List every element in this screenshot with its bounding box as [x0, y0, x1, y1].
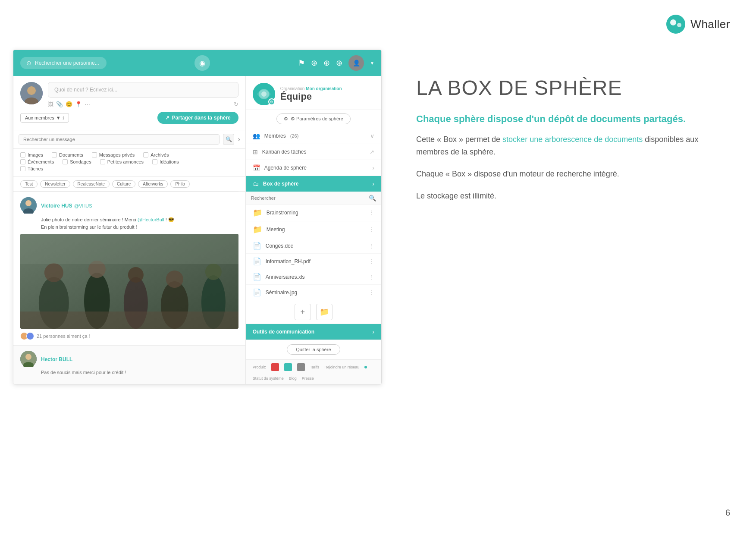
tool-location-icon[interactable]: 📍	[75, 101, 82, 107]
feed-username2[interactable]: Hector BULL	[41, 356, 72, 362]
leave-sphere-button[interactable]: Quitter la sphère	[287, 344, 340, 355]
menu-item-membres[interactable]: 👥 Membres (26) ∨	[246, 128, 381, 144]
post-row: Quoi de neuf ? Ecrivez ici... 🖼 📎 😊 📍 ⋯ …	[20, 82, 238, 107]
sphere-org-name[interactable]: Mon organisation	[306, 86, 342, 91]
filter-messages-prives[interactable]: Messages privés	[92, 152, 135, 157]
file-item-meeting[interactable]: 📁 Meeting ⋮	[246, 221, 381, 238]
tool-image-icon[interactable]: 🖼	[48, 101, 53, 107]
outils-label: Outils de communication	[253, 329, 314, 335]
footer-produit-label: Produit:	[253, 365, 266, 369]
filter-check-images[interactable]	[20, 152, 25, 157]
filter-ideations-label: Idéations	[160, 159, 179, 164]
filter-check-archives[interactable]	[143, 152, 148, 157]
kanban-icon: ⊞	[253, 148, 258, 155]
tag-culture[interactable]: Culture	[112, 180, 135, 188]
sphere-org-prefix: Organisation	[280, 86, 305, 91]
file-item-rh[interactable]: 📄 Information_RH.pdf ⋮	[246, 254, 381, 269]
filter-check-documents[interactable]	[52, 152, 57, 157]
current-user-avatar	[20, 82, 43, 104]
add-group-icon[interactable]: ⊕	[323, 58, 330, 68]
file-item-anniversaires[interactable]: 📄 Anniversaires.xls ⋮	[246, 269, 381, 285]
box-icon: 🗂	[253, 180, 259, 187]
filter-archives[interactable]: Archivés	[143, 152, 169, 157]
footer-presse[interactable]: Presse	[302, 376, 314, 381]
svg-point-19	[205, 264, 222, 280]
feed-handle[interactable]: @VHUS	[74, 203, 92, 208]
footer-rejoindre[interactable]: Rejoindre un réseau	[324, 365, 359, 369]
membres-badge: (26)	[290, 133, 299, 138]
file-menu-seminaire[interactable]: ⋮	[368, 289, 374, 296]
refresh-icon[interactable]: ↻	[234, 101, 238, 107]
search-button[interactable]: 🔍	[223, 134, 234, 145]
footer-blog[interactable]: Blog	[289, 376, 297, 381]
tag-newsletter[interactable]: Newsletter	[40, 180, 70, 188]
post-area: Quoi de neuf ? Ecrivez ici... 🖼 📎 😊 📍 ⋯ …	[13, 76, 245, 130]
file-menu-rh[interactable]: ⋮	[368, 258, 374, 265]
file-menu-anniversaires[interactable]: ⋮	[368, 274, 374, 280]
filter-documents[interactable]: Documents	[52, 152, 83, 157]
feed-username[interactable]: Victoire HUS	[41, 203, 72, 209]
search-person[interactable]: ⊙ Rechercher une personne...	[20, 57, 107, 69]
sphere-params-button[interactable]: ⚙ ⚙ Paramètres de sphère	[276, 113, 351, 124]
box-search-input[interactable]	[251, 195, 369, 201]
filter-check-ideations[interactable]	[152, 159, 157, 164]
filter-check-sondages[interactable]	[63, 159, 68, 164]
add-file-button[interactable]: +	[295, 304, 311, 320]
filter-check-evenements[interactable]	[20, 159, 25, 164]
file-item-seminaire[interactable]: 📄 Séminaire.jpg ⋮	[246, 285, 381, 300]
filter-taches[interactable]: Tâches	[20, 166, 43, 171]
filter-sondages[interactable]: Sondages	[63, 159, 91, 164]
tag-test[interactable]: Test	[20, 180, 38, 188]
message-search-input[interactable]	[19, 134, 220, 145]
add-sphere-icon[interactable]: ⊕	[336, 58, 342, 68]
add-contact-icon[interactable]: ⊕	[311, 58, 317, 68]
tool-emoji-icon[interactable]: 😊	[66, 101, 72, 107]
filter-check-taches[interactable]	[20, 166, 25, 171]
filter-check-petites-annonces[interactable]	[100, 159, 105, 164]
post-tools: 🖼 📎 😊 📍 ⋯ ↻	[48, 101, 238, 107]
text-panel: LA BOX DE SPHÈRE Chaque sphère dispose d…	[382, 50, 742, 384]
file-menu-conges[interactable]: ⋮	[368, 242, 374, 249]
agenda-label: Agenda de sphère	[264, 165, 307, 171]
footer-statut[interactable]: Statut du système	[253, 376, 284, 381]
filter-ideations[interactable]: Idéations	[152, 159, 179, 164]
svg-rect-20	[20, 312, 238, 329]
tool-more-icon[interactable]: ⋯	[85, 101, 90, 107]
filter-check-messages-prives[interactable]	[92, 152, 97, 157]
filter-petites-annonces-label: Petites annonces	[107, 159, 144, 164]
user-avatar-top[interactable]: 👤	[348, 55, 364, 71]
top-bar: ⊙ Rechercher une personne... ◉ ⚑ ⊕ ⊕ ⊕ 👤…	[13, 50, 381, 76]
feed-post2-text: Pas de soucis mais merci pour le crédit …	[41, 370, 238, 375]
audience-select[interactable]: Aux membres ▼ ℹ	[20, 113, 69, 123]
flag-icon[interactable]: ⚑	[298, 58, 305, 68]
search-icon: 🔍	[226, 136, 232, 142]
filter-images[interactable]: Images	[20, 152, 43, 157]
post-mention[interactable]: @HectorBull	[138, 217, 164, 222]
outils-button[interactable]: Outils de communication ›	[246, 324, 381, 340]
tags-row: Test Newsletter RealeaseNote Culture Aft…	[13, 177, 245, 192]
box-label: Box de sphère	[263, 181, 299, 187]
filter-evenements[interactable]: Évènements	[20, 159, 54, 164]
filter-petites-annonces[interactable]: Petites annonces	[100, 159, 144, 164]
menu-item-agenda[interactable]: 📅 Agenda de sphère ›	[246, 160, 381, 176]
file-item-brainstroming[interactable]: 📁 Brainstroming ⋮	[246, 205, 381, 221]
tag-releasenote[interactable]: RealeaseNote	[73, 180, 110, 188]
file-item-conges[interactable]: 📄 Congés.doc ⋮	[246, 238, 381, 254]
search-expand-icon[interactable]: ›	[238, 135, 240, 143]
text-body-3: Le stockage est illimité.	[416, 190, 716, 202]
menu-item-kanban[interactable]: ⊞ Kanban des tâches ↗	[246, 144, 381, 160]
file-menu-brainstroming[interactable]: ⋮	[368, 209, 374, 216]
folder-icon-meeting: 📁	[253, 225, 262, 234]
add-folder-button[interactable]: 📁	[316, 304, 333, 320]
tag-philo[interactable]: Philo	[170, 180, 189, 188]
share-button[interactable]: ↗ Partager dans la sphère	[157, 112, 238, 124]
file-menu-meeting[interactable]: ⋮	[368, 226, 374, 233]
menu-item-box-left: 🗂 Box de sphère	[253, 180, 299, 187]
svg-point-15	[128, 267, 144, 283]
sphere-badge: ⚙	[268, 98, 275, 105]
post-input[interactable]: Quoi de neuf ? Ecrivez ici...	[48, 82, 238, 98]
footer-tarifs[interactable]: Tarifs	[310, 365, 320, 369]
tag-afterworks[interactable]: Afterworks	[138, 180, 168, 188]
menu-item-box[interactable]: 🗂 Box de sphère ›	[246, 176, 381, 192]
tool-attach-icon[interactable]: 📎	[56, 101, 63, 107]
